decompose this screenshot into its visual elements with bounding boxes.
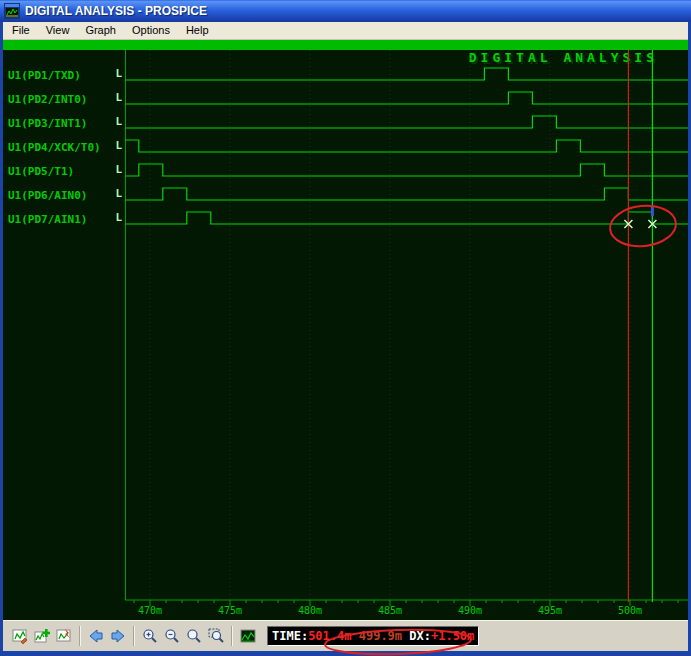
menu-graph[interactable]: Graph <box>77 22 124 39</box>
view-graph-button[interactable] <box>238 626 258 646</box>
signal-level-marker: L <box>115 212 122 224</box>
waveform-trace <box>125 92 688 104</box>
status-segment: DX: <box>402 629 431 643</box>
bottom-toolbar: TIME:501.4m 499.9m DX:+1.50m <box>3 620 688 651</box>
zoom-full-button[interactable] <box>184 626 204 646</box>
signal-level-marker: L <box>115 92 122 104</box>
step-back-button[interactable] <box>86 626 106 646</box>
signal-name: U1(PD2/INT0) <box>8 93 87 106</box>
simulate-graph-icon <box>56 628 72 644</box>
waveform-trace <box>125 68 688 80</box>
x-tick-label: 500m <box>618 605 642 616</box>
waveform-trace <box>125 116 688 128</box>
plot-area[interactable]: DIGITAL ANALYSIS U1(PD1/TXD)LU1(PD2/INT0… <box>3 50 688 620</box>
signal-level-marker: L <box>115 188 122 200</box>
arrow-right-icon <box>110 628 126 644</box>
app-icon <box>4 3 20 19</box>
signal-level-marker: L <box>115 164 122 176</box>
menu-options[interactable]: Options <box>124 22 178 39</box>
edit-graph-button[interactable] <box>10 626 30 646</box>
add-trace-button[interactable] <box>32 626 52 646</box>
waveform-trace <box>125 188 688 200</box>
status-segment: 499.9m <box>351 629 402 643</box>
x-tick-label: 470m <box>138 605 162 616</box>
zoom-area-icon <box>208 628 224 644</box>
window-border-bottom <box>0 651 691 656</box>
menu-help[interactable]: Help <box>178 22 217 39</box>
signal-name: U1(PD7/AIN1) <box>8 213 87 226</box>
zoom-in-button[interactable] <box>140 626 160 646</box>
menu-view[interactable]: View <box>38 22 78 39</box>
title-bar[interactable]: DIGITAL ANALYSIS - PROSPICE <box>0 0 691 22</box>
signal-level-marker: L <box>115 140 122 152</box>
view-graph-icon <box>240 628 256 644</box>
x-tick-label: 485m <box>378 605 402 616</box>
zoom-out-button[interactable] <box>162 626 182 646</box>
graph-header-strip <box>3 40 688 50</box>
signal-name: U1(PD4/XCK/T0) <box>8 141 101 154</box>
simulate-graph-button[interactable] <box>54 626 74 646</box>
signal-row[interactable]: U1(PD6/AIN0)L <box>8 188 122 200</box>
status-segment: 501.4m <box>308 629 351 643</box>
signal-level-marker: L <box>115 116 122 128</box>
x-tick-label: 480m <box>298 605 322 616</box>
prospice-window: DIGITAL ANALYSIS - PROSPICE File View Gr… <box>0 0 691 656</box>
signal-row[interactable]: U1(PD4/XCK/T0)L <box>8 140 122 152</box>
signal-row[interactable]: U1(PD7/AIN1)L <box>8 212 122 224</box>
zoom-out-icon <box>164 628 180 644</box>
signal-row[interactable]: U1(PD1/TXD)L <box>8 68 122 80</box>
zoom-in-icon <box>142 628 158 644</box>
toolbar-separator <box>79 626 81 646</box>
zoom-area-button[interactable] <box>206 626 226 646</box>
cursor-blue-marker <box>651 207 654 216</box>
arrow-left-icon <box>88 628 104 644</box>
toolbar-separator <box>133 626 135 646</box>
edit-graph-icon <box>12 628 28 644</box>
waveform-trace <box>125 140 688 152</box>
signal-row[interactable]: U1(PD3/INT1)L <box>8 116 122 128</box>
waveform-trace <box>125 164 688 176</box>
signal-row[interactable]: U1(PD2/INT0)L <box>8 92 122 104</box>
x-tick-label: 475m <box>218 605 242 616</box>
menu-file[interactable]: File <box>4 22 38 39</box>
signal-row[interactable]: U1(PD5/T1)L <box>8 164 122 176</box>
x-tick-label: 490m <box>458 605 482 616</box>
step-forward-button[interactable] <box>108 626 128 646</box>
signal-level-marker: L <box>115 68 122 80</box>
zoom-full-icon <box>186 628 202 644</box>
signal-name: U1(PD6/AIN0) <box>8 189 87 202</box>
waveform-canvas[interactable]: 470m475m480m485m490m495m500m <box>125 50 688 620</box>
menu-bar: File View Graph Options Help <box>0 22 691 40</box>
add-trace-icon <box>34 628 50 644</box>
x-tick-label: 495m <box>538 605 562 616</box>
window-title: DIGITAL ANALYSIS - PROSPICE <box>25 4 207 18</box>
window-border-left <box>0 22 3 656</box>
status-segment: TIME: <box>272 629 308 643</box>
signal-name: U1(PD3/INT1) <box>8 117 87 130</box>
cursor-time-readout: TIME:501.4m 499.9m DX:+1.50m <box>267 626 479 646</box>
status-segment: +1.50m <box>431 629 474 643</box>
toolbar-separator <box>231 626 233 646</box>
waveform-trace <box>125 212 688 224</box>
signal-name: U1(PD1/TXD) <box>8 69 81 82</box>
signal-name: U1(PD5/T1) <box>8 165 74 178</box>
signal-labels: U1(PD1/TXD)LU1(PD2/INT0)LU1(PD3/INT1)LU1… <box>8 50 122 620</box>
